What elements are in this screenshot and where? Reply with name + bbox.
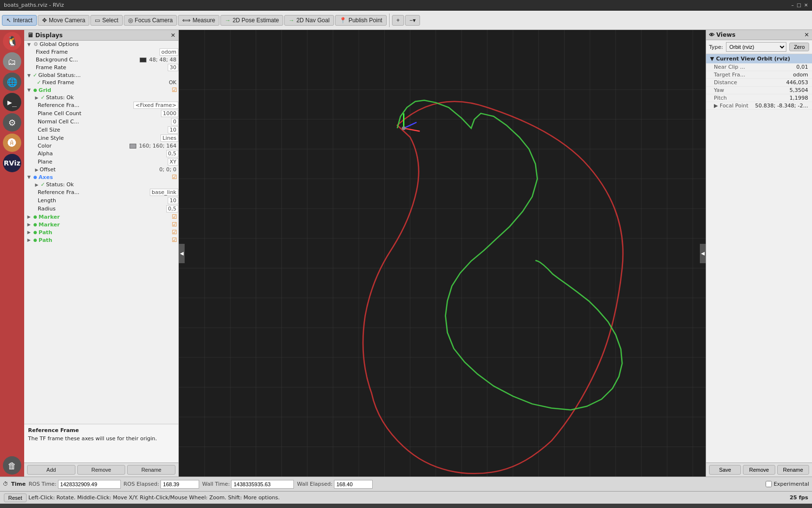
global-status-label: Global Status:... <box>38 72 178 78</box>
global-status-fixed-row[interactable]: ✓ Fixed Frame OK <box>24 79 178 86</box>
focus-camera-button[interactable]: ◎ Focus Camera <box>124 15 177 26</box>
minus-button[interactable]: −▾ <box>405 15 420 26</box>
3d-view[interactable]: ◀ ◀ <box>179 30 706 477</box>
grid-checkbox[interactable]: ☑ <box>171 87 178 93</box>
grid-alpha-row[interactable]: Alpha 0,5 <box>24 149 178 158</box>
views-type-select[interactable]: Orbit (rviz) <box>726 42 786 52</box>
target-frame-value[interactable]: odom <box>793 72 808 78</box>
views-rename-button[interactable]: Rename <box>777 465 809 475</box>
axes-arrow[interactable]: ▼ <box>26 175 32 179</box>
reset-button[interactable]: Reset <box>4 493 27 502</box>
fixed-frame-value[interactable]: odom <box>160 48 178 56</box>
grid-normal-cell-value[interactable]: 0 <box>171 118 178 125</box>
select-icon: ▭ <box>95 17 100 24</box>
axes-radius-row[interactable]: Radius 0,5 <box>24 205 178 213</box>
grid-plane-cell-value[interactable]: 1000 <box>161 110 178 117</box>
ros-time-input[interactable] <box>58 480 121 489</box>
grid-color-swatch[interactable] <box>130 144 136 149</box>
remove-button[interactable]: Remove <box>77 465 126 475</box>
grid-line-style-value[interactable]: Lines <box>160 134 178 142</box>
marker1-dot-icon: ● <box>33 214 37 219</box>
rviz-icon[interactable]: RViz <box>3 154 21 172</box>
measure-button[interactable]: ⟺ Measure <box>178 15 219 26</box>
grid-color-row[interactable]: Color 160; 160; 164 <box>24 142 178 149</box>
pose-estimate-button[interactable]: → 2D Pose Estimate <box>220 15 283 26</box>
experimental-checkbox[interactable] <box>766 481 772 487</box>
grid-alpha-value[interactable]: 0,5 <box>166 150 179 157</box>
displays-close-icon[interactable]: ✕ <box>171 32 175 39</box>
grid-row[interactable]: ▼ ● Grid ☑ <box>24 86 178 94</box>
axes-row[interactable]: ▼ ● Axes ☑ <box>24 173 178 181</box>
pitch-value[interactable]: 1,1998 <box>790 95 809 101</box>
views-zero-button[interactable]: Zero <box>789 43 809 51</box>
move-camera-button[interactable]: ✥ Move Camera <box>38 15 89 26</box>
path2-checkbox[interactable]: ☑ <box>171 237 178 243</box>
files-icon[interactable]: 🗂 <box>3 52 21 71</box>
background-swatch[interactable] <box>140 58 146 62</box>
near-clip-value[interactable]: 0,01 <box>797 64 809 70</box>
trash-icon[interactable]: 🗑 <box>3 456 21 475</box>
settings-icon[interactable]: ⚙ <box>3 113 21 132</box>
title-bar-controls[interactable]: – □ ✕ <box>791 2 808 8</box>
plus-button[interactable]: + <box>392 15 404 26</box>
marker2-checkbox[interactable]: ☑ <box>171 221 178 228</box>
wall-time-input[interactable] <box>231 480 294 489</box>
current-view-arrow[interactable]: ▼ <box>710 56 714 62</box>
global-options-row[interactable]: ▼ ⚙ Global Options <box>24 41 178 48</box>
marker2-row[interactable]: ▶ ● Marker ☑ <box>24 221 178 228</box>
path1-checkbox[interactable]: ☑ <box>171 229 178 236</box>
grid-dot-icon: ● <box>33 88 37 92</box>
views-remove-button[interactable]: Remove <box>743 465 775 475</box>
background-row[interactable]: Background C... 48; 48; 48 <box>24 56 178 63</box>
terminal-icon[interactable]: ▶_ <box>3 93 21 111</box>
grid-offset-row[interactable]: ▶ Offset 0; 0; 0 <box>24 166 178 173</box>
axes-ref-frame-row[interactable]: Reference Fra... base_link <box>24 188 178 196</box>
focal-point-label[interactable]: ▶ Focal Point <box>714 103 755 109</box>
marker1-checkbox[interactable]: ☑ <box>171 213 178 220</box>
grid-plane-row[interactable]: Plane XY <box>24 158 178 166</box>
ros-elapsed-input[interactable] <box>160 480 199 489</box>
distance-value[interactable]: 446,053 <box>786 79 809 86</box>
wall-elapsed-input[interactable] <box>334 480 373 489</box>
select-button[interactable]: ▭ Select <box>90 15 122 26</box>
grid-normal-cell-row[interactable]: Normal Cell C... 0 <box>24 118 178 126</box>
grid-ref-frame-row[interactable]: Reference Fra... <Fixed Frame> <box>24 101 178 109</box>
axes-status-row[interactable]: ▶ ✓ Status: Ok <box>24 181 178 188</box>
experimental-label[interactable]: Experimental <box>766 481 809 487</box>
frame-rate-row[interactable]: Frame Rate 30 <box>24 63 178 72</box>
browser-icon[interactable]: 🌐 <box>3 73 21 91</box>
global-status-arrow[interactable]: ▼ <box>26 73 32 78</box>
views-save-button[interactable]: Save <box>709 465 741 475</box>
grid-plane-cell-row[interactable]: Plane Cell Count 1000 <box>24 109 178 118</box>
ubuntu-icon[interactable]: 🐧 <box>3 32 21 50</box>
nav-goal-button[interactable]: → 2D Nav Goal <box>284 15 334 26</box>
axes-radius-value[interactable]: 0,5 <box>166 205 179 212</box>
collapse-left-handle[interactable]: ◀ <box>179 244 185 263</box>
axes-ref-frame-value[interactable]: base_link <box>150 189 178 196</box>
publish-point-button[interactable]: 📍 Publish Point <box>335 15 387 26</box>
axes-length-value[interactable]: 10 <box>168 197 178 204</box>
grid-plane-value[interactable]: XY <box>168 158 178 165</box>
grid-arrow[interactable]: ▼ <box>26 88 32 92</box>
path2-row[interactable]: ▶ ● Path ☑ <box>24 236 178 244</box>
views-close-icon[interactable]: ✕ <box>804 31 809 38</box>
frame-rate-value[interactable]: 30 <box>168 64 178 71</box>
marker1-row[interactable]: ▶ ● Marker ☑ <box>24 213 178 221</box>
grid-line-style-row[interactable]: Line Style Lines <box>24 134 178 142</box>
collapse-right-handle[interactable]: ◀ <box>700 244 706 263</box>
global-status-row[interactable]: ▼ ✓ Global Status:... <box>24 72 178 79</box>
global-options-arrow[interactable]: ▼ <box>26 42 32 47</box>
axes-checkbox[interactable]: ☑ <box>171 174 178 180</box>
fixed-frame-row[interactable]: Fixed Frame odom <box>24 48 178 56</box>
grid-cell-size-value[interactable]: 10 <box>168 126 178 134</box>
rename-button[interactable]: Rename <box>127 465 175 475</box>
path1-row[interactable]: ▶ ● Path ☑ <box>24 228 178 236</box>
grid-cell-size-row[interactable]: Cell Size 10 <box>24 126 178 134</box>
app-icon[interactable]: 🅐 <box>3 134 21 152</box>
add-button[interactable]: Add <box>27 465 75 475</box>
interact-button[interactable]: ↖ Interact <box>2 15 37 26</box>
yaw-value[interactable]: 5,3504 <box>790 87 809 93</box>
grid-status-row[interactable]: ▶ ✓ Status: Ok <box>24 94 178 101</box>
grid-ref-frame-value[interactable]: <Fixed Frame> <box>133 102 178 109</box>
axes-length-row[interactable]: Length 10 <box>24 196 178 205</box>
